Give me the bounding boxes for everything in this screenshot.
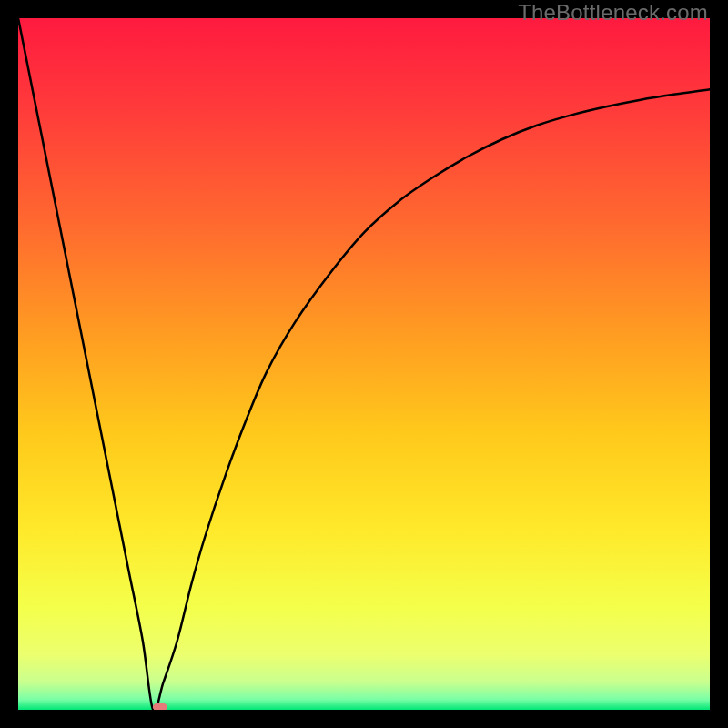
chart-svg <box>18 18 710 710</box>
plot-area <box>18 18 710 710</box>
watermark-text: TheBottleneck.com <box>518 0 708 25</box>
chart-frame: TheBottleneck.com <box>0 0 728 728</box>
gradient-background <box>18 18 710 710</box>
